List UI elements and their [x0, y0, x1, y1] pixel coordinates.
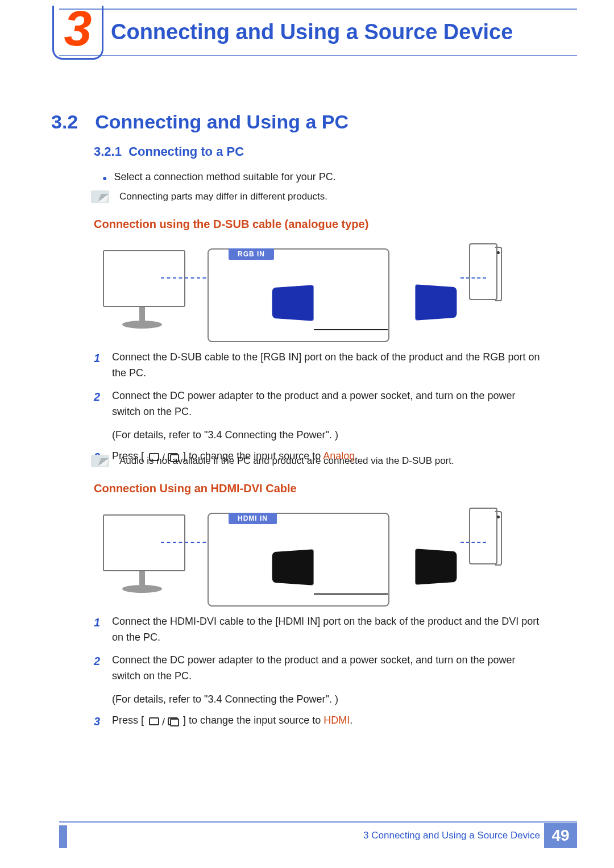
- monitor-icon: [103, 250, 185, 307]
- chapter-title: Connecting and Using a Source Device: [111, 20, 513, 44]
- step-text: Connect the DC power adapter to the prod…: [112, 388, 540, 420]
- section-number: 3.2: [51, 111, 78, 133]
- step-number: 2: [94, 388, 104, 420]
- dvi-plug-icon: [415, 549, 457, 584]
- subsection-number: 3.2.1: [94, 144, 122, 159]
- step-number: 1: [94, 350, 104, 381]
- subsection-title: Connecting to a PC: [128, 144, 244, 159]
- dsub-plug-icon: [415, 284, 457, 320]
- step-number: 3: [94, 713, 104, 730]
- step-number: 1: [94, 614, 104, 646]
- step-2-detail: (For details, refer to "3.4 Connecting t…: [112, 691, 540, 708]
- hdmi-heading: Connection Using an HDMI-DVI Cable: [94, 482, 297, 495]
- hdmi-steps: 1 Connect the HDMI-DVI cable to the [HDM…: [94, 614, 540, 737]
- monitor-icon: [103, 514, 185, 571]
- source-button-icon: /: [147, 715, 180, 730]
- step-2-detail: (For details, refer to "3.4 Connecting t…: [112, 427, 540, 443]
- note-row: Connecting parts may differ in different…: [91, 190, 327, 203]
- top-rule: [59, 9, 577, 10]
- step-3: 3 Press [ / ] to change the input source…: [94, 713, 540, 730]
- footer-rule: [59, 821, 577, 823]
- note-icon: [91, 455, 109, 467]
- footer-chapter-ref: 3 Connecting and Using a Source Device: [363, 830, 540, 841]
- dsub-plug-icon: [272, 285, 314, 321]
- port-panel: RGB IN: [208, 248, 389, 342]
- port-label: HDMI IN: [229, 513, 277, 524]
- monitor-stand-icon: [122, 571, 162, 594]
- step-2: 2 Connect the DC power adapter to the pr…: [94, 653, 540, 684]
- dashed-line-icon: [161, 277, 212, 279]
- hdmi-plug-icon: [272, 549, 314, 585]
- step-text: Connect the DC power adapter to the prod…: [112, 653, 540, 684]
- step-3-prefix: Press [: [112, 715, 144, 726]
- note-icon: [91, 190, 109, 203]
- bullet-text: Select a connection method suitable for …: [114, 171, 335, 185]
- step-2: 2 Connect the DC power adapter to the pr…: [94, 388, 540, 420]
- top-rule-2: [59, 55, 577, 56]
- chapter-number-badge: 3: [52, 6, 103, 60]
- dsub-diagram: RGB IN: [94, 243, 509, 343]
- cable-icon: [314, 593, 388, 595]
- step-number: 2: [94, 653, 104, 684]
- pc-tower-icon: [469, 508, 497, 564]
- step-1: 1 Connect the D-SUB cable to the [RGB IN…: [94, 350, 540, 381]
- step-1: 1 Connect the HDMI-DVI cable to the [HDM…: [94, 614, 540, 646]
- page-number: 49: [544, 823, 577, 848]
- subsection-heading: 3.2.1 Connecting to a PC: [94, 144, 244, 159]
- note-text: Connecting parts may differ in different…: [119, 191, 327, 202]
- step-3-suffix: .: [350, 715, 352, 726]
- pc-tower-icon: [469, 243, 497, 300]
- footer-left-block: [59, 825, 67, 848]
- note-text: Audio is not available if the PC and pro…: [119, 455, 454, 467]
- manual-page: 3 Connecting and Using a Source Device 3…: [0, 0, 614, 868]
- cable-icon: [314, 329, 388, 330]
- step-3-keyword: HDMI: [323, 715, 350, 726]
- dsub-heading: Connection using the D-SUB cable (analog…: [94, 218, 368, 231]
- bullet-item: ● Select a connection method suitable fo…: [102, 171, 336, 185]
- section-heading: 3.2 Connecting and Using a PC: [51, 111, 349, 133]
- dashed-line-icon: [161, 542, 212, 543]
- bullet-dot-icon: ●: [102, 171, 107, 185]
- hdmi-diagram: HDMI IN: [94, 508, 509, 607]
- step-text: Connect the HDMI-DVI cable to the [HDMI …: [112, 614, 540, 646]
- port-panel: HDMI IN: [208, 513, 389, 607]
- dsub-audio-note: Audio is not available if the PC and pro…: [91, 455, 454, 467]
- section-title: Connecting and Using a PC: [95, 111, 349, 133]
- monitor-stand-icon: [122, 307, 162, 330]
- step-text: Press [ / ] to change the input source t…: [112, 713, 352, 730]
- port-label: RGB IN: [229, 248, 274, 260]
- step-text: Connect the D-SUB cable to the [RGB IN] …: [112, 350, 540, 381]
- step-3-mid: ] to change the input source to: [183, 715, 323, 726]
